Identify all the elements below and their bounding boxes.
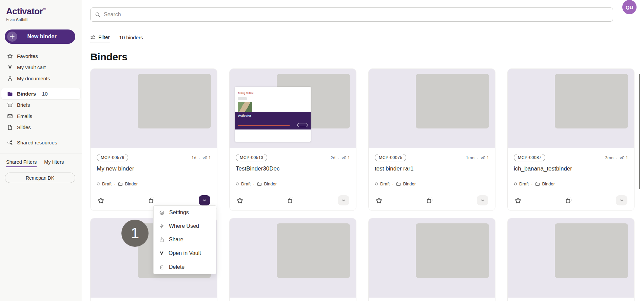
filter-button[interactable]: Filter <box>90 34 110 42</box>
card-menu-button[interactable] <box>199 195 210 205</box>
search-input[interactable] <box>104 12 613 18</box>
card-thumbnail <box>230 218 356 298</box>
dot-separator: · <box>616 155 617 160</box>
sidebar-item-emails[interactable]: Emails <box>0 111 82 122</box>
folder-icon <box>7 91 13 97</box>
menu-item-open-in-vault[interactable]: Open in Vault <box>154 246 216 260</box>
menu-item-label: Settings <box>169 209 189 216</box>
card-thumbnail <box>508 69 634 148</box>
duplicate-button[interactable] <box>426 197 433 204</box>
sidebar-item-briefs[interactable]: Briefs <box>0 99 82 111</box>
status-label: Draft <box>241 181 251 186</box>
card-title: test binder rar1 <box>375 165 489 172</box>
card-menu-button[interactable] <box>477 195 488 205</box>
thumbnail-placeholder <box>416 74 489 128</box>
binder-type-icon <box>535 182 540 186</box>
binder-card[interactable] <box>368 218 495 301</box>
card-thumbnail <box>369 218 495 298</box>
binder-card[interactable]: MCP-00075 1mo·v0.1 test binder rar1 Draf… <box>368 68 495 211</box>
menu-item-settings[interactable]: Settings <box>154 206 216 219</box>
chevron-down-icon <box>202 198 207 203</box>
binder-card[interactable] <box>229 218 356 301</box>
tab-my-filters[interactable]: My filters <box>44 159 64 167</box>
favorite-star-button[interactable] <box>375 197 383 204</box>
menu-item-where-used[interactable]: Where Used <box>154 219 216 233</box>
sidebar-nav-shared: Shared resources <box>0 137 82 148</box>
sidebar: Activator™ From Anthill New binder Favor… <box>0 0 82 301</box>
binder-card[interactable]: MCP-00576 1d·v0.1 My new binder Draft · … <box>90 68 217 211</box>
vertical-scrollbar[interactable] <box>639 74 640 189</box>
vault-icon <box>159 251 164 256</box>
favorite-star-button[interactable] <box>236 197 243 204</box>
duplicate-button[interactable] <box>565 197 572 204</box>
duplicate-button[interactable] <box>287 197 294 204</box>
card-footer <box>369 190 495 210</box>
card-thumbnail: Testing 30 Dec Activator <box>230 69 356 148</box>
thumbnail-placeholder <box>416 223 489 278</box>
step-annotation-badge: 1 <box>121 220 149 247</box>
dot-separator: · <box>392 181 393 186</box>
duplicate-icon <box>565 197 572 204</box>
binder-card[interactable] <box>507 218 635 301</box>
code-badge: MCP-00087 <box>514 154 545 161</box>
binder-type-icon <box>118 182 123 186</box>
card-meta: 3mo·v0.1 <box>605 155 628 160</box>
dot-separator: · <box>199 155 200 160</box>
star-icon <box>514 197 522 204</box>
code-badge: MCP-00513 <box>236 154 267 161</box>
filter-toolbar: Filter 10 binders <box>90 34 644 42</box>
favorite-star-button[interactable] <box>97 197 104 204</box>
card-thumbnail <box>91 69 217 148</box>
binder-type-icon <box>257 182 262 186</box>
card-menu-button[interactable] <box>338 195 349 205</box>
star-icon <box>236 197 243 204</box>
duplicate-button[interactable] <box>148 197 155 204</box>
person-icon <box>7 76 13 82</box>
card-status-row: Draft · Binder <box>236 181 350 186</box>
type-label: Binder <box>264 181 277 186</box>
sidebar-item-slides[interactable]: Slides <box>0 122 82 133</box>
sidebar-item-vault-cart[interactable]: My vault cart <box>0 62 82 73</box>
card-meta: 1d·v0.1 <box>192 155 211 160</box>
preview-button-shape <box>238 97 247 100</box>
new-binder-label: New binder <box>17 34 75 40</box>
sidebar-item-shared-resources[interactable]: Shared resources <box>0 137 82 148</box>
sliders-icon <box>90 35 96 40</box>
sidebar-item-my-documents[interactable]: My documents <box>0 73 82 84</box>
plus-icon <box>7 32 17 42</box>
preview-photo <box>238 102 252 112</box>
card-footer <box>508 190 634 210</box>
brand-name: Activator™ <box>6 6 82 17</box>
sidebar-item-label: Favorites <box>17 53 38 59</box>
card-info: MCP-00513 2d·v0.1 TestBinder30Dec Draft … <box>230 148 356 190</box>
menu-item-delete[interactable]: Delete <box>154 260 216 274</box>
binder-card[interactable]: Testing 30 Dec Activator MCP-00513 2d·v0… <box>229 68 356 211</box>
dot-separator: · <box>253 181 254 186</box>
shared-filter-remepan-dk-button[interactable]: Remepan DK <box>5 173 75 183</box>
preview-heading: Testing 30 Dec <box>238 92 253 94</box>
preview-logo: Activator <box>238 114 251 117</box>
user-avatar[interactable]: QU <box>622 0 637 14</box>
trash-icon <box>159 264 164 270</box>
new-binder-button[interactable]: New binder <box>5 29 75 44</box>
duplicate-icon <box>148 197 155 204</box>
card-menu-button[interactable] <box>616 195 627 205</box>
sidebar-item-label: Briefs <box>17 102 30 108</box>
binder-card[interactable]: MCP-00087 3mo·v0.1 ich_banana_testbinder… <box>507 68 635 211</box>
menu-item-label: Open in Vault <box>169 250 201 256</box>
card-info: MCP-00576 1d·v0.1 My new binder Draft · … <box>91 148 217 190</box>
status-label: Draft <box>519 181 529 186</box>
star-icon <box>375 197 383 204</box>
preview-banner: Activator <box>235 112 311 129</box>
status-circle-icon <box>97 182 100 185</box>
sidebar-item-binders[interactable]: Binders 10 <box>1 88 80 99</box>
menu-item-share[interactable]: Share <box>154 233 216 246</box>
results-count: 10 binders <box>119 35 143 42</box>
tab-shared-filters[interactable]: Shared Filters <box>6 159 37 167</box>
vault-icon <box>7 64 13 71</box>
document-preview: Testing 30 Dec Activator <box>235 87 311 142</box>
sidebar-item-favorites[interactable]: Favorites <box>0 51 82 62</box>
status-circle-icon <box>375 182 378 185</box>
chevron-down-icon <box>480 198 485 203</box>
favorite-star-button[interactable] <box>514 197 522 204</box>
